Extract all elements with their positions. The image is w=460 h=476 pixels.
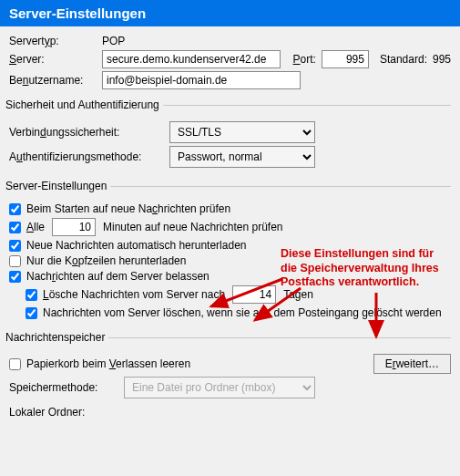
storage-method-select: Eine Datei pro Ordner (mbox): [124, 377, 315, 398]
delete-after-suffix: Tagen: [283, 288, 313, 301]
cb-leave-on-server[interactable]: [9, 271, 21, 283]
username-label: Benutzername:: [9, 74, 97, 87]
content-area: Servertyp: POP Server: Port: Standard: 9…: [0, 26, 460, 421]
message-store-legend: Nachrichtenspeicher: [5, 331, 108, 344]
cb-headers-only-label: Nur die Kopfzeilen herunterladen: [26, 254, 186, 267]
storage-method-label: Speichermethode:: [9, 381, 118, 394]
server-settings-legend: Server-Einstellungen: [5, 180, 110, 192]
local-folder-label: Lokaler Ordner:: [9, 406, 85, 419]
cb-autodownload-label: Neue Nachrichten automatisch herunterlad…: [26, 239, 246, 252]
delete-after-days-input[interactable]: [232, 285, 276, 304]
auth-select[interactable]: Passwort, normal: [169, 146, 315, 168]
connsec-label: Verbindungssicherheit:: [9, 126, 164, 139]
cb-empty-trash[interactable]: [9, 358, 21, 370]
security-legend: Sicherheit und Authentifizierung: [5, 98, 163, 111]
cb-leave-on-server-label: Nachrichten auf dem Server belassen: [26, 270, 210, 283]
cb-check-start[interactable]: [9, 203, 21, 215]
cb-alle-label: Alle: [26, 221, 45, 233]
fieldset-server-settings: Server-Einstellungen Beim Starten auf ne…: [9, 180, 451, 322]
cb-headers-only[interactable]: [9, 255, 21, 267]
advanced-button[interactable]: Erweitert…: [373, 354, 451, 374]
cb-delete-from-inbox[interactable]: [26, 307, 37, 319]
fieldset-security: Sicherheit und Authentifizierung Verbind…: [9, 98, 451, 171]
port-label: Port:: [293, 53, 316, 66]
cb-check-start-label: Beim Starten auf neue Nachrichten prüfen: [26, 202, 230, 215]
interval-input[interactable]: [52, 218, 96, 236]
fieldset-message-store: Nachrichtenspeicher Papierkorb beim Verl…: [9, 331, 451, 421]
annotation-text: Diese Einstellungen sind fürdie Speicher…: [281, 247, 439, 290]
auth-label: Authentifizierungsmethode:: [9, 150, 164, 163]
cb-alle[interactable]: [9, 222, 21, 233]
row-servertype: Servertyp: POP: [9, 35, 451, 47]
titlebar: Server-Einstellungen: [0, 0, 460, 26]
connsec-select[interactable]: SSL/TLS: [169, 121, 315, 143]
row-server: Server: Port: Standard: 995: [9, 50, 451, 68]
standard-value: 995: [433, 53, 451, 66]
cb-delete-after[interactable]: [26, 289, 37, 301]
username-input[interactable]: [102, 71, 301, 89]
cb-empty-trash-label: Papierkorb beim Verlassen leeren: [26, 357, 190, 370]
interval-suffix: Minuten auf neue Nachrichten prüfen: [103, 221, 282, 233]
servertype-label: Servertyp:: [9, 35, 97, 47]
servertype-value: POP: [102, 35, 125, 47]
cb-delete-after-label: Lösche Nachrichten vom Server nach: [43, 288, 225, 301]
standard-label: Standard:: [380, 53, 427, 66]
cb-delete-from-inbox-label: Nachrichten vom Server löschen, wenn sie…: [43, 306, 442, 319]
server-label: Server:: [9, 53, 97, 66]
cb-autodownload[interactable]: [9, 240, 21, 252]
row-username: Benutzername:: [9, 71, 451, 89]
server-input[interactable]: [102, 50, 281, 68]
port-input[interactable]: [322, 50, 369, 68]
title-text: Server-Einstellungen: [9, 5, 146, 21]
